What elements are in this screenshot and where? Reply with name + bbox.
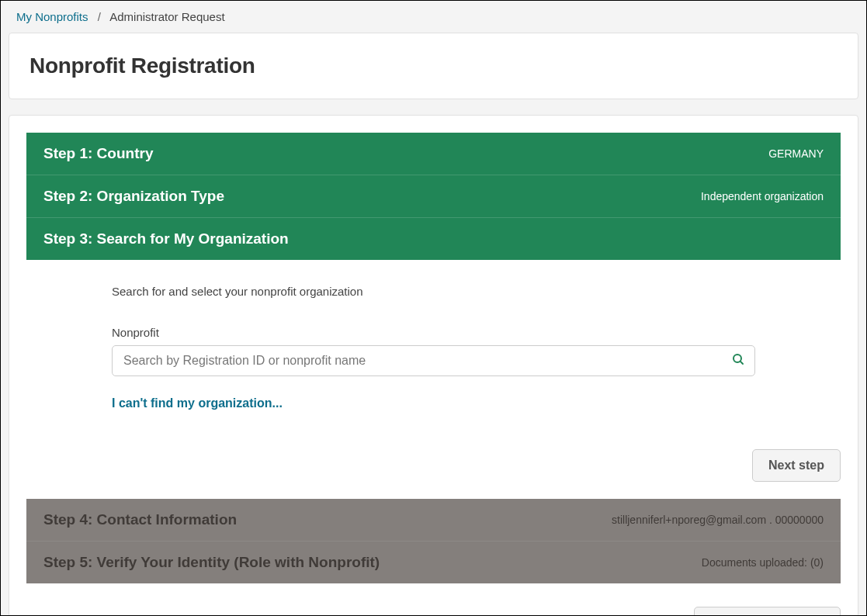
breadcrumb: My Nonprofits / Administrator Request [1,1,866,33]
step-3-body: Search for and select your nonprofit org… [26,260,841,427]
page-header: Nonprofit Registration [9,33,858,99]
page-title: Nonprofit Registration [29,54,838,78]
step-4-value: stilljenniferl+nporeg@gmail.com . 000000… [612,514,824,526]
search-description: Search for and select your nonprofit org… [112,285,755,298]
step-4-title: Step 4: Contact Information [43,511,237,528]
search-input-wrap [112,345,755,376]
registration-wizard: Step 1: Country GERMANY Step 2: Organiza… [9,115,858,616]
cant-find-row: I can't find my organization... [112,396,755,410]
step-4-bar: Step 4: Contact Information stilljennife… [26,499,841,542]
breadcrumb-current: Administrator Request [109,10,224,23]
step-1-value: GERMANY [768,147,824,160]
step-3-bar[interactable]: Step 3: Search for My Organization [26,218,841,260]
breadcrumb-root-link[interactable]: My Nonprofits [16,10,88,23]
footer-actions: Cancel my request Submit registration [26,607,841,616]
breadcrumb-separator: / [98,10,101,23]
step-2-value: Independent organization [701,190,824,202]
step-5-bar: Step 5: Verify Your Identity (Role with … [26,542,841,583]
step-1-title: Step 1: Country [43,145,153,162]
step-1-bar[interactable]: Step 1: Country GERMANY [26,133,841,175]
next-step-row: Next step [26,449,841,482]
step-2-bar[interactable]: Step 2: Organization Type Independent or… [26,175,841,218]
step-2-title: Step 2: Organization Type [43,188,224,205]
step-5-value: Documents uploaded: (0) [702,556,824,569]
step-3-title: Step 3: Search for My Organization [43,230,289,247]
nonprofit-search-input[interactable] [112,345,755,376]
step-5-title: Step 5: Verify Your Identity (Role with … [43,554,380,571]
nonprofit-field-label: Nonprofit [112,326,755,339]
next-step-button[interactable]: Next step [752,449,841,482]
cant-find-link[interactable]: I can't find my organization... [112,396,283,410]
submit-registration-button[interactable]: Submit registration [694,607,841,616]
